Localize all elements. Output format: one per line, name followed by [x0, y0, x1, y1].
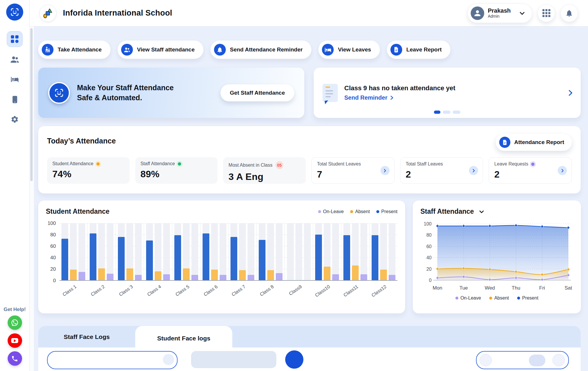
alert-next-button[interactable]	[567, 89, 574, 97]
view-staff-attendance-button[interactable]: View Staff attendance	[118, 41, 203, 59]
top-header: Inforida International School Prakash Ad…	[29, 0, 588, 26]
svg-text:Thu: Thu	[512, 285, 520, 291]
carousel-dots	[314, 111, 581, 114]
tablet-icon	[11, 96, 19, 103]
attendance-report-button[interactable]: Attendance Report	[496, 134, 572, 151]
chart-range-dropdown[interactable]	[478, 208, 485, 215]
bar-absent	[352, 265, 359, 280]
prev-button[interactable]	[480, 354, 492, 366]
carousel-dot-2[interactable]	[443, 111, 450, 114]
search-input[interactable]	[47, 351, 178, 369]
next-button[interactable]	[552, 354, 565, 366]
bar-group	[256, 223, 285, 280]
status-dot	[178, 162, 181, 166]
send-reminder-link[interactable]: Send Reminder	[344, 94, 455, 101]
person-child-icon	[44, 46, 51, 53]
bell-icon	[565, 9, 573, 17]
youtube-button[interactable]	[8, 333, 22, 348]
svg-text:100: 100	[424, 221, 432, 226]
sidebar-item-leaves[interactable]	[7, 72, 22, 87]
call-button[interactable]	[8, 351, 22, 366]
bar-on-leave	[135, 275, 142, 281]
bar-group	[172, 223, 200, 280]
send-attendance-reminder-button[interactable]: Send Attendance Reminder	[211, 41, 311, 59]
bar-on-leave	[276, 273, 283, 280]
chevron-right-icon	[389, 95, 394, 100]
face-logs-tabs: Staff Face Logs Student Face logs	[38, 326, 581, 347]
bar-group	[116, 223, 144, 280]
bar-absent	[70, 270, 77, 280]
bar-group	[285, 223, 313, 280]
status-dot	[531, 163, 534, 166]
take-attendance-button[interactable]: Take Attendance	[38, 41, 111, 59]
carousel-dot-3[interactable]	[453, 111, 460, 114]
svg-text:Wed: Wed	[485, 285, 495, 291]
bed-icon	[325, 46, 331, 53]
search-button[interactable]	[285, 350, 303, 369]
y-tick: 60	[50, 243, 56, 249]
y-tick: 40	[50, 255, 56, 261]
bar-present	[343, 235, 350, 280]
profile-menu[interactable]: Prakash Admin	[467, 4, 532, 23]
user-name: Prakash	[488, 8, 511, 14]
student-attendance-chart: Student Attendance On-Leave Absent Prese…	[38, 200, 405, 313]
svg-text:Sat: Sat	[564, 285, 572, 291]
get-staff-attendance-button[interactable]: Get Staff Attendance	[220, 84, 294, 101]
sidebar-item-settings[interactable]	[7, 112, 22, 127]
open-student-leaves-button[interactable]	[380, 166, 390, 175]
svg-text:Tue: Tue	[460, 285, 468, 291]
open-leave-requests-button[interactable]	[558, 166, 567, 175]
phone-icon	[11, 355, 18, 362]
bar-on-leave	[163, 274, 170, 280]
get-help-label: Get Help!	[4, 307, 26, 312]
face-logs-panel	[38, 347, 581, 371]
bar-on-leave	[191, 275, 198, 281]
people-icon	[10, 55, 19, 64]
notifications-button[interactable]	[560, 4, 578, 22]
svg-text:40: 40	[426, 255, 432, 260]
document-icon	[393, 46, 400, 53]
leave-report-button[interactable]: Leave Report	[387, 41, 450, 59]
bar-group	[313, 223, 341, 280]
chevron-right-icon	[567, 89, 574, 97]
filter-select[interactable]	[191, 351, 276, 368]
stat-total-student-leaves: Total Student Leaves 7	[311, 157, 395, 184]
dashboard-page: Get Help! Info	[0, 0, 588, 371]
report-doc-icon	[323, 84, 338, 102]
bar-present	[203, 233, 209, 280]
staff-attendance-banner: Make Your Staff AttendanceSafe & Automat…	[38, 68, 304, 118]
bar-group	[341, 223, 369, 280]
view-leaves-button[interactable]: View Leaves	[318, 41, 380, 59]
sidebar-item-device[interactable]	[7, 92, 22, 107]
bar-plot-area	[59, 223, 397, 280]
tab-student-face-logs[interactable]: Student Face logs	[135, 326, 232, 350]
bar-group	[144, 223, 172, 280]
page-indicator	[529, 355, 545, 366]
bar-absent	[239, 270, 246, 280]
carousel-dot-1[interactable]	[434, 111, 440, 114]
dashboard-icon	[11, 35, 19, 43]
chart-legend: On-Leave Absent Present	[318, 209, 397, 214]
tab-staff-face-logs[interactable]: Staff Face Logs	[38, 326, 135, 347]
face-scan-icon	[48, 82, 70, 104]
sidebar-item-dashboard[interactable]	[7, 31, 23, 47]
sidebar-item-people[interactable]	[7, 52, 22, 67]
chevron-right-icon	[382, 168, 387, 173]
bar-group	[59, 223, 87, 280]
x-axis-labels: Class 1Class 2Class 3Class 4Class 5Class…	[59, 280, 397, 299]
group-icon	[123, 46, 131, 53]
apps-grid-button[interactable]	[537, 4, 555, 22]
whatsapp-button[interactable]	[8, 315, 22, 330]
scrollbar[interactable]	[29, 26, 34, 371]
banner-row: Make Your Staff AttendanceSafe & Automat…	[38, 68, 581, 118]
open-staff-leaves-button[interactable]	[469, 166, 478, 175]
bar-on-leave	[332, 274, 339, 280]
svg-text:60: 60	[426, 244, 432, 249]
bar-absent	[267, 270, 274, 280]
svg-text:20: 20	[426, 267, 432, 272]
pagination-control[interactable]	[476, 351, 569, 369]
apps-grid-icon	[542, 9, 550, 17]
whatsapp-icon	[10, 318, 19, 327]
bar-present	[61, 239, 68, 280]
quick-actions-row: Take Attendance View Staff attendance Se…	[38, 41, 581, 59]
